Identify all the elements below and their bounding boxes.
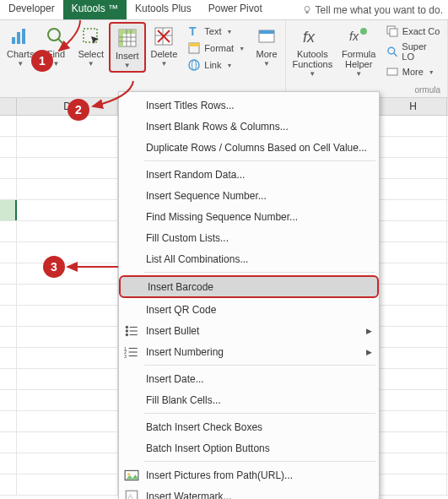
mi-label: Insert Blank Rows & Columns... (146, 121, 289, 133)
mi-label: Fill Custom Lists... (146, 232, 229, 244)
svg-text:fx: fx (349, 30, 359, 43)
menu-insert-blank-rows-columns[interactable]: Insert Blank Rows & Columns... (119, 116, 379, 137)
menu-insert-qr-code[interactable]: Insert QR Code (119, 299, 379, 320)
select-button[interactable]: Select▼ (73, 22, 109, 69)
chevron-down-icon: ▼ (226, 62, 232, 68)
svg-point-32 (388, 47, 395, 54)
insert-dropdown-menu: Insert Titles Rows... Insert Blank Rows … (118, 91, 380, 499)
svg-point-39 (126, 333, 128, 335)
svg-rect-31 (390, 29, 397, 36)
chevron-down-icon: ▼ (355, 70, 362, 78)
charts-label: Charts (7, 49, 34, 59)
delete-label: Delete (151, 49, 178, 59)
svg-point-24 (192, 60, 197, 70)
menu-insert-pictures-from-path[interactable]: Insert Pictures from Path(URL)... (119, 464, 379, 485)
col-header-d[interactable]: D (17, 98, 118, 115)
menu-insert-watermark[interactable]: AInsert Watermark... (119, 485, 379, 499)
bullet-icon (124, 323, 139, 339)
kutools-functions-button[interactable]: fx Kutools Functions▼ (288, 22, 337, 79)
find-icon (45, 25, 67, 47)
svg-point-35 (126, 325, 128, 328)
more-icon (386, 65, 399, 79)
select-icon (80, 25, 102, 47)
svg-rect-10 (119, 30, 123, 46)
tab-kutools[interactable]: Kutools ™ (63, 0, 127, 19)
svg-line-33 (393, 53, 397, 57)
link-button[interactable]: Link▼ (186, 57, 246, 73)
menu-list-all-combinations[interactable]: List All Combinations... (119, 248, 379, 269)
more-button[interactable]: More▼ (250, 22, 283, 69)
svg-rect-4 (22, 29, 25, 44)
format-label: Format (204, 43, 234, 53)
exact-copy-label: Exact Co (402, 26, 440, 36)
format-icon (187, 41, 201, 55)
svg-rect-1 (305, 11, 308, 13)
menu-insert-random-data[interactable]: Insert Random Data... (119, 164, 379, 185)
mi-label: Insert Barcode (148, 281, 213, 293)
col-header-blank[interactable] (0, 98, 17, 115)
text-label: Text (204, 26, 221, 36)
menu-fill-custom-lists[interactable]: Fill Custom Lists... (119, 227, 379, 248)
submenu-arrow-icon: ▶ (366, 327, 372, 335)
menu-separator (144, 272, 375, 273)
mi-label: Insert Sequence Number... (146, 190, 267, 202)
delete-button[interactable]: Delete▼ (146, 22, 183, 69)
mi-label: Insert QR Code (146, 304, 216, 316)
formula-helper-label: Formula Helper (342, 49, 375, 69)
text-button[interactable]: TText▼ (186, 24, 246, 39)
formula-helper-button[interactable]: fx Formula Helper▼ (337, 22, 381, 79)
mi-label: Insert Bullet (146, 325, 199, 337)
insert-button[interactable]: Insert▼ (109, 22, 146, 73)
menu-batch-insert-option-buttons[interactable]: Batch Insert Option Buttons (119, 437, 379, 458)
svg-rect-22 (189, 43, 199, 46)
charts-icon (9, 25, 31, 47)
more2-button[interactable]: More▼ (384, 64, 442, 79)
insert-icon (116, 27, 138, 49)
menu-separator (144, 365, 375, 366)
menu-insert-date[interactable]: Insert Date... (119, 368, 379, 389)
charts-button[interactable]: Charts▼ (2, 22, 39, 69)
ribbon: Charts▼ Find▼ Select▼ Insert▼ Delete▼ TT… (0, 20, 448, 98)
menu-separator (144, 160, 375, 161)
text-icon: T (187, 24, 201, 38)
selected-cell-edge[interactable] (0, 200, 17, 220)
svg-point-37 (126, 329, 128, 332)
bulb-icon (302, 5, 312, 15)
more2-label: More (402, 67, 424, 77)
svg-text:3: 3 (124, 353, 127, 358)
svg-point-5 (48, 29, 60, 41)
chevron-down-icon: ▼ (429, 69, 435, 75)
menu-insert-barcode[interactable]: Insert Barcode (119, 275, 379, 298)
menu-insert-numbering[interactable]: 123Insert Numbering▶ (119, 341, 379, 362)
chevron-down-icon: ▼ (263, 60, 270, 68)
format-button[interactable]: Format▼ (186, 41, 246, 56)
formula-helper-icon: fx (348, 25, 370, 47)
menu-fill-blank-cells[interactable]: Fill Blank Cells... (119, 389, 379, 410)
tab-power-pivot[interactable]: Power Pivot (200, 0, 271, 19)
exact-copy-button[interactable]: Exact Co (384, 24, 442, 39)
super-lookup-label: Super LO (402, 41, 440, 62)
svg-rect-3 (17, 32, 20, 44)
lookup-icon (386, 45, 399, 58)
menu-insert-titles-rows[interactable]: Insert Titles Rows... (119, 95, 379, 116)
menu-batch-insert-check-boxes[interactable]: Batch Insert Check Boxes (119, 416, 379, 437)
tell-me-search[interactable]: Tell me what you want to do. (297, 0, 448, 19)
tab-developer[interactable]: Developer (0, 0, 63, 19)
select-label: Select (78, 49, 104, 59)
delete-icon (153, 25, 175, 47)
mi-label: Insert Pictures from Path(URL)... (146, 469, 293, 481)
find-button[interactable]: Find▼ (39, 22, 73, 69)
menu-find-missing-sequence[interactable]: Find Missing Sequence Number... (119, 206, 379, 227)
menu-duplicate-rows-columns[interactable]: Duplicate Rows / Columns Based on Cell V… (119, 137, 379, 158)
chevron-down-icon: ▼ (124, 62, 131, 69)
menu-insert-bullet[interactable]: Insert Bullet▶ (119, 320, 379, 341)
mi-label: Insert Date... (146, 373, 204, 385)
svg-point-23 (189, 60, 199, 70)
super-lookup-button[interactable]: Super LO (384, 41, 442, 62)
col-header-h[interactable]: H (380, 98, 447, 115)
mi-label: List All Combinations... (146, 253, 248, 265)
menu-insert-sequence-number[interactable]: Insert Sequence Number... (119, 185, 379, 206)
submenu-arrow-icon: ▶ (366, 348, 372, 356)
tab-kutools-plus[interactable]: Kutools Plus (127, 0, 200, 19)
tell-me-label: Tell me what you want to do. (316, 4, 443, 16)
